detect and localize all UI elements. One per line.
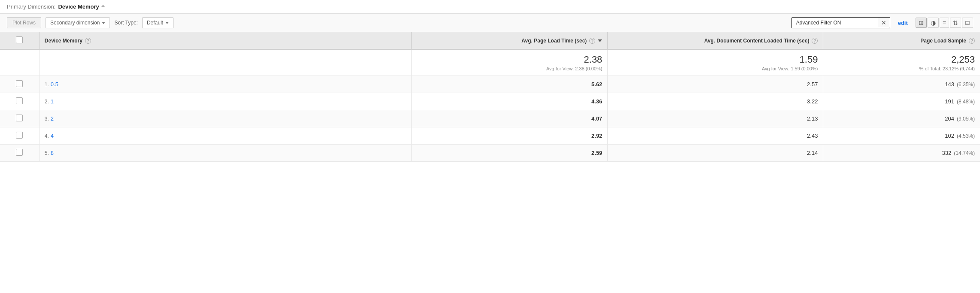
sort-type-chevron-icon: [165, 22, 169, 24]
sort-type-label: Sort Type:: [114, 20, 137, 26]
header-checkbox[interactable]: [16, 36, 23, 43]
row-avg-doc-cell: 2.57: [608, 76, 823, 93]
th-avg-doc-label: Avg. Document Content Loaded Time (sec): [704, 38, 810, 44]
row-checkbox[interactable]: [16, 97, 23, 104]
row-check-cell: [0, 76, 39, 93]
device-memory-help-icon[interactable]: ?: [85, 38, 91, 44]
row-avg-doc-value: 3.22: [807, 98, 818, 105]
filter-clear-button[interactable]: ✕: [878, 18, 890, 28]
summary-row: 2.38 Avg for View: 2.38 (0.00%) 1.59 Avg…: [0, 49, 980, 76]
dimension-link[interactable]: 8: [51, 150, 54, 156]
secondary-dimension-dropdown[interactable]: Secondary dimension: [46, 17, 110, 28]
th-checkbox: [0, 32, 39, 49]
row-avg-doc-value: 2.57: [807, 81, 818, 88]
avg-doc-help-icon[interactable]: ?: [812, 38, 818, 44]
row-check-cell: [0, 110, 39, 127]
th-avg-doc: Avg. Document Content Loaded Time (sec) …: [608, 32, 823, 49]
row-page-sample-cell: 143(6.35%): [823, 76, 980, 93]
advanced-filter-input-wrap: ✕: [791, 17, 890, 28]
table-row: 2.14.363.22191(8.48%): [0, 93, 980, 110]
row-avg-load-cell: 5.62: [411, 76, 607, 93]
pie-view-button[interactable]: ◑: [928, 18, 939, 28]
data-table: Device Memory ? Avg. Page Load Time (sec…: [0, 32, 980, 162]
row-checkbox[interactable]: [16, 80, 23, 87]
row-page-sample-pct: (8.48%): [957, 99, 975, 105]
row-avg-doc-cell: 2.43: [608, 127, 823, 145]
table-header-row: Device Memory ? Avg. Page Load Time (sec…: [0, 32, 980, 49]
row-page-sample-pct: (4.53%): [957, 133, 975, 139]
grid-view-button[interactable]: ⊞: [916, 18, 927, 28]
row-dimension-cell: 1.0.5: [39, 76, 411, 93]
sort-type-dropdown[interactable]: Default: [142, 17, 173, 28]
secondary-dimension-chevron-icon: [102, 22, 105, 24]
row-page-sample-pct: (9.05%): [957, 116, 975, 122]
row-avg-load-value: 2.59: [591, 150, 602, 156]
row-page-sample-value: 143: [945, 81, 954, 88]
row-page-sample-cell: 102(4.53%): [823, 127, 980, 145]
row-dimension-cell: 5.8: [39, 145, 411, 162]
row-checkbox[interactable]: [16, 149, 23, 156]
row-check-cell: [0, 93, 39, 110]
summary-avg-doc-value: 1.59: [613, 54, 818, 65]
row-page-sample-value: 332: [942, 150, 952, 156]
row-dimension-cell: 4.4: [39, 127, 411, 145]
th-page-sample: Page Load Sample ?: [823, 32, 980, 49]
plot-rows-button[interactable]: Plot Rows: [7, 17, 41, 28]
dimension-link[interactable]: 0.5: [51, 81, 58, 88]
edit-link[interactable]: edit: [895, 20, 911, 26]
row-checkbox[interactable]: [16, 132, 23, 139]
row-number: 2.: [45, 99, 49, 105]
view-icons-group: ⊞ ◑ ≡ ⇅ ⊟: [916, 18, 973, 28]
row-page-sample-pct: (14.74%): [954, 150, 975, 156]
table-row: 5.82.592.14332(14.74%): [0, 145, 980, 162]
th-avg-load: Avg. Page Load Time (sec) ?: [411, 32, 607, 49]
avg-load-help-icon[interactable]: ?: [589, 38, 595, 44]
row-avg-load-value: 5.62: [591, 81, 602, 88]
dimension-link[interactable]: 4: [51, 133, 54, 139]
dimension-link[interactable]: 1: [51, 98, 54, 105]
row-number: 5.: [45, 150, 49, 156]
row-number: 1.: [45, 82, 49, 88]
primary-dimension-bar: Primary Dimension: Device Memory: [0, 0, 980, 14]
summary-avg-load-value: 2.38: [417, 54, 602, 65]
summary-avg-load-sub: Avg for View: 2.38 (0.00%): [417, 66, 602, 71]
row-number: 3.: [45, 116, 49, 122]
row-avg-doc-cell: 2.13: [608, 110, 823, 127]
summary-avg-load-cell: 2.38 Avg for View: 2.38 (0.00%): [411, 49, 607, 76]
primary-dimension-label: Primary Dimension:: [7, 3, 55, 10]
summary-check-cell: [0, 49, 39, 76]
primary-dimension-value: Device Memory: [58, 3, 99, 10]
row-page-sample-cell: 191(8.48%): [823, 93, 980, 110]
row-page-sample-cell: 332(14.74%): [823, 145, 980, 162]
row-avg-load-value: 2.92: [591, 133, 602, 139]
table-view-button[interactable]: ⊟: [962, 18, 973, 28]
row-avg-doc-cell: 2.14: [608, 145, 823, 162]
row-avg-load-value: 4.36: [591, 98, 602, 105]
row-avg-doc-value: 2.14: [807, 150, 818, 156]
row-check-cell: [0, 127, 39, 145]
table-row: 1.0.55.622.57143(6.35%): [0, 76, 980, 93]
funnel-view-button[interactable]: ⇅: [950, 18, 961, 28]
toolbar: Plot Rows Secondary dimension Sort Type:…: [0, 14, 980, 32]
page-sample-help-icon[interactable]: ?: [969, 38, 975, 44]
row-avg-doc-value: 2.43: [807, 133, 818, 139]
summary-dim-cell: [39, 49, 411, 76]
summary-page-sample-value: 2,253: [828, 54, 975, 65]
dimension-caret-icon: [101, 5, 105, 7]
row-avg-load-cell: 4.07: [411, 110, 607, 127]
th-avg-load-label: Avg. Page Load Time (sec): [521, 38, 587, 44]
th-device-memory: Device Memory ?: [39, 32, 411, 49]
list-view-button[interactable]: ≡: [940, 18, 949, 28]
advanced-filter-input[interactable]: [792, 18, 878, 28]
row-page-sample-value: 204: [945, 115, 954, 122]
table-row: 4.42.922.43102(4.53%): [0, 127, 980, 145]
dimension-link[interactable]: 2: [51, 115, 54, 122]
row-dimension-cell: 3.2: [39, 110, 411, 127]
row-avg-doc-value: 2.13: [807, 115, 818, 122]
th-page-sample-label: Page Load Sample: [920, 38, 966, 44]
row-avg-load-cell: 4.36: [411, 93, 607, 110]
row-checkbox[interactable]: [16, 115, 23, 121]
row-avg-load-value: 4.07: [591, 115, 602, 122]
row-avg-doc-cell: 3.22: [608, 93, 823, 110]
avg-load-sort-icon[interactable]: [598, 39, 602, 42]
